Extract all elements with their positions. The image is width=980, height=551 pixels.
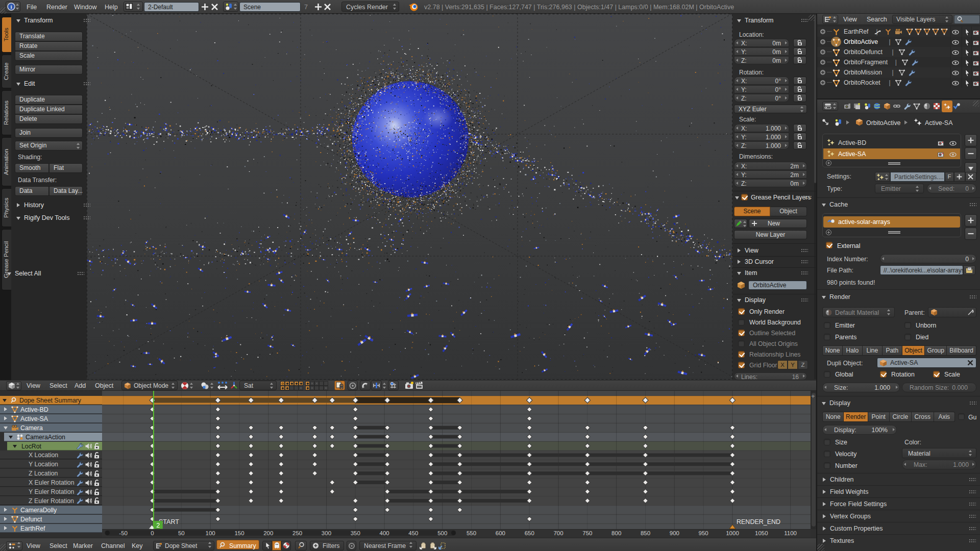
svg-text:i: i bbox=[10, 4, 12, 10]
svg-text:2: 2 bbox=[156, 522, 160, 529]
svg-text:RENDER_END: RENDER_END bbox=[737, 518, 780, 525]
